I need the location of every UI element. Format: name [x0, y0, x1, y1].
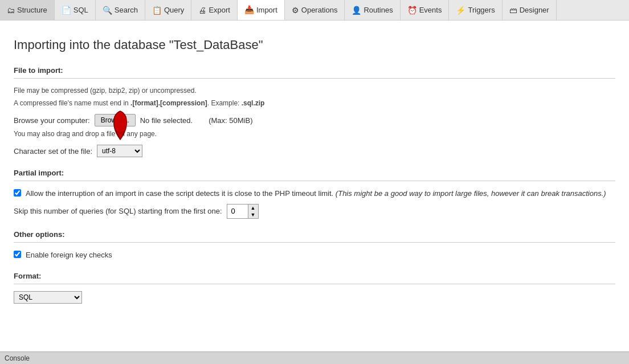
top-navigation: 🗂 Structure 📄 SQL 🔍 Search 📋 Query 🖨 Exp… — [0, 0, 629, 21]
main-content: Importing into the database "Test_DataBa… — [0, 21, 629, 362]
nav-item-structure[interactable]: 🗂 Structure — [0, 0, 55, 20]
foreign-key-checkbox-row: Enable foreign key checks — [14, 250, 615, 261]
nav-item-events[interactable]: ⏰ Events — [401, 0, 450, 20]
console-bar[interactable]: Console — [0, 351, 629, 362]
sql-icon: 📄 — [62, 6, 71, 15]
nav-item-triggers[interactable]: ⚡ Triggers — [449, 0, 502, 20]
import-icon: 📥 — [244, 5, 254, 14]
skip-label: Skip this number of queries (for SQL) st… — [14, 207, 222, 215]
structure-icon: 🗂 — [7, 6, 15, 15]
triggers-icon: ⚡ — [456, 6, 465, 15]
spinner-up-button[interactable]: ▲ — [248, 205, 258, 211]
partial-import-checkbox-row: Allow the interruption of an import in c… — [14, 188, 615, 199]
charset-select[interactable]: utf-8 utf-16 latin1 ascii — [97, 145, 142, 157]
nav-item-export[interactable]: 🖨 Export — [191, 0, 238, 20]
export-icon: 🖨 — [198, 6, 206, 15]
foreign-key-checkbox[interactable] — [14, 251, 21, 258]
partial-import-checkbox[interactable] — [14, 189, 21, 197]
file-import-header: File to import: — [14, 66, 615, 79]
nav-item-routines[interactable]: 👤 Routines — [345, 0, 400, 20]
nav-item-import[interactable]: 📥 Import — [238, 0, 285, 20]
partial-import-label: Allow the interruption of an import in c… — [26, 188, 606, 199]
nav-item-designer[interactable]: 🗃 Designer — [503, 0, 557, 20]
operations-icon: ⚙ — [292, 6, 299, 15]
skip-row: Skip this number of queries (for SQL) st… — [14, 204, 615, 219]
query-icon: 📋 — [152, 6, 162, 15]
browse-button[interactable]: Browse... — [95, 114, 136, 126]
charset-label: Character set of the file: — [14, 147, 92, 156]
other-options-section: Other options: Enable foreign key checks — [14, 230, 615, 261]
file-import-section: File to import: File may be compressed (… — [14, 66, 615, 157]
nav-item-search[interactable]: 🔍 Search — [96, 0, 145, 20]
file-info-line1: File may be compressed (gzip, bzip2, zip… — [14, 85, 615, 96]
nav-item-query[interactable]: 📋 Query — [145, 0, 191, 20]
skip-spinner: ▲ ▼ — [227, 204, 259, 219]
max-size-text: (Max: 50MiB) — [209, 116, 252, 125]
format-header: Format: — [14, 272, 615, 284]
drag-drop-text: You may also drag and drop a file on any… — [14, 130, 615, 138]
partial-import-header: Partial import: — [14, 169, 615, 181]
designer-icon: 🗃 — [509, 6, 517, 15]
browse-label: Browse your computer: — [14, 116, 90, 125]
file-info-line2: A compressed file's name must end in .[f… — [14, 98, 615, 108]
foreign-key-label: Enable foreign key checks — [26, 250, 112, 261]
charset-row: Character set of the file: utf-8 utf-16 … — [14, 145, 615, 157]
spinner-buttons: ▲ ▼ — [248, 205, 258, 218]
routines-icon: 👤 — [352, 6, 361, 15]
no-file-text: No file selected. — [140, 116, 193, 125]
browse-button-container: Browse... — [95, 114, 136, 126]
events-icon: ⏰ — [407, 6, 417, 15]
format-section: Format: SQL CSV JSON XML ODS Excel — [14, 272, 615, 304]
page-title: Importing into the database "Test_DataBa… — [14, 38, 615, 52]
format-select[interactable]: SQL CSV JSON XML ODS Excel — [14, 291, 82, 304]
spinner-down-button[interactable]: ▼ — [248, 211, 258, 218]
search-icon: 🔍 — [103, 6, 112, 15]
nav-item-sql[interactable]: 📄 SQL — [55, 0, 96, 20]
nav-item-operations[interactable]: ⚙ Operations — [285, 0, 345, 20]
partial-import-section: Partial import: Allow the interruption o… — [14, 169, 615, 219]
other-options-header: Other options: — [14, 230, 615, 243]
skip-input[interactable] — [227, 206, 248, 216]
browse-row: Browse your computer: Browse... No file … — [14, 114, 615, 126]
console-label: Console — [5, 354, 30, 362]
